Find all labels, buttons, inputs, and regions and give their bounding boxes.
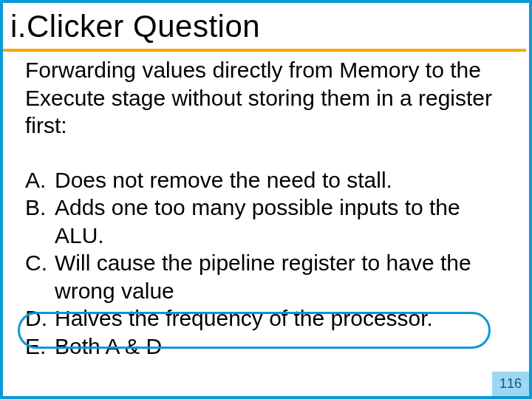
slide-frame: i.Clicker Question Forwarding values dir… [0,0,532,399]
answer-letter: B. [25,194,55,249]
answer-option-c[interactable]: C. Will cause the pipeline register to h… [25,249,507,304]
answer-list: A. Does not remove the need to stall. B.… [3,140,529,361]
slide-title: i.Clicker Question [3,3,526,52]
answer-option-a[interactable]: A. Does not remove the need to stall. [25,166,507,194]
answer-text: Adds one too many possible inputs to the… [55,194,507,249]
question-text: Forwarding values directly from Memory t… [3,52,529,140]
answer-letter: E. [25,332,55,361]
answer-text: Does not remove the need to stall. [55,166,507,194]
answer-letter: D. [25,304,55,332]
answer-letter: A. [25,166,55,194]
answer-text: Halves the frequency of the processor. [55,304,507,332]
answer-text: Both A & D [55,332,507,361]
answer-text: Will cause the pipeline register to have… [55,249,507,304]
answer-option-b[interactable]: B. Adds one too many possible inputs to … [25,194,507,249]
answer-option-e[interactable]: E. Both A & D [25,332,507,361]
answer-letter: C. [25,249,55,304]
page-number: 116 [492,372,529,396]
answer-option-d[interactable]: D. Halves the frequency of the processor… [25,304,507,332]
